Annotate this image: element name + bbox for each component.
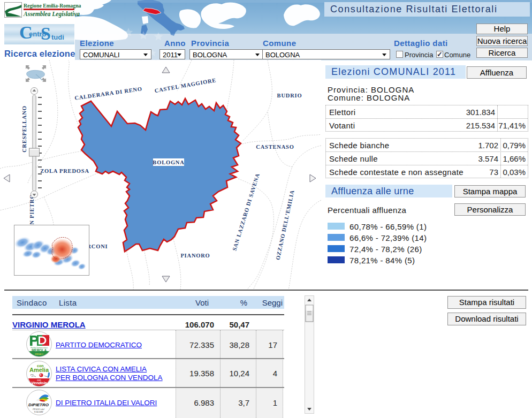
svg-text:VALORI: VALORI (34, 411, 43, 413)
svg-text:Amelia: Amelia (29, 367, 49, 373)
svg-text:CRESPELLANO: CRESPELLANO (21, 105, 27, 153)
svg-text:SINDACO: SINDACO (35, 353, 43, 355)
svg-text:BUDRIO: BUDRIO (277, 93, 302, 98)
svg-text:ZOLA PREDOSA: ZOLA PREDOSA (40, 168, 89, 174)
svg-text:CASTENASO: CASTENASO (256, 144, 294, 150)
svg-text:N PIETRO: N PIETRO (29, 194, 35, 225)
svg-text:DiPIETRO: DiPIETRO (28, 402, 49, 407)
svg-text:PIANORO: PIANORO (180, 253, 210, 259)
svg-text:per: per (30, 373, 34, 376)
svg-text:Vendola: Vendola (32, 381, 47, 385)
svg-text:BOLOGNA: BOLOGNA (153, 159, 184, 165)
svg-text:RCONI: RCONI (87, 244, 108, 249)
